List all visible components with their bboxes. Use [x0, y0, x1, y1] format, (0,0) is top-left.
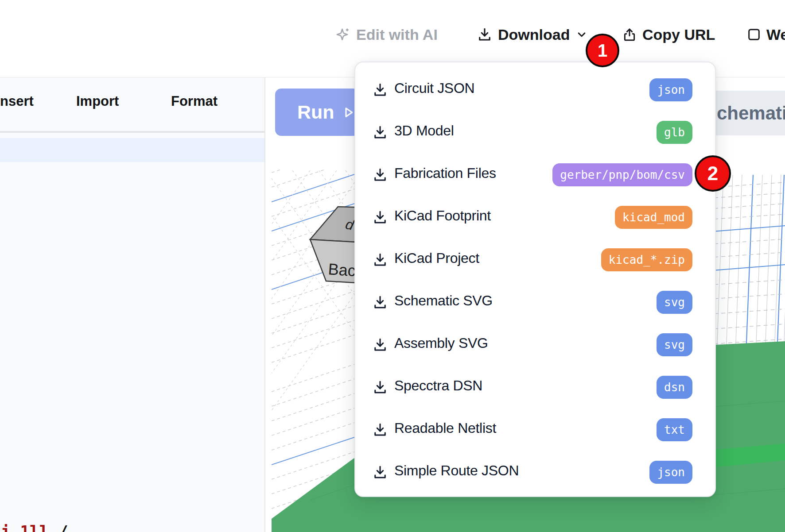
download-menu-item[interactable]: Readable Netlisttxt: [355, 409, 715, 451]
edit-with-ai-button[interactable]: Edit with AI: [335, 23, 438, 46]
download-menu-item[interactable]: Assembly SVGsvg: [355, 324, 715, 366]
download-item-label: KiCad Project: [394, 250, 479, 266]
tab-schematic-label: chemati: [717, 103, 785, 124]
download-item-label: Schematic SVG: [394, 293, 493, 309]
download-icon: [372, 124, 388, 140]
download-item-label: Simple Route JSON: [394, 463, 519, 479]
download-menu-item[interactable]: Specctra DSNdsn: [355, 366, 715, 409]
menubar-item-nsert[interactable]: nsert: [0, 93, 34, 109]
download-icon: [372, 294, 388, 310]
file-format-badge: kicad_*.zip: [601, 248, 692, 271]
download-button[interactable]: Download: [477, 23, 588, 46]
download-item-label: Circuit JSON: [394, 80, 474, 96]
download-icon: [477, 27, 493, 42]
download-menu-item[interactable]: Schematic SVGsvg: [355, 281, 715, 324]
download-button-label: Download: [498, 26, 570, 43]
web-checkbox-item[interactable]: We: [747, 23, 785, 46]
editor-menubar: nsertImportFormat: [0, 77, 264, 133]
download-icon: [372, 464, 388, 480]
download-icon: [372, 252, 388, 268]
download-icon: [372, 82, 388, 98]
download-menu-item[interactable]: KiCad Footprintkicad_mod: [355, 196, 715, 239]
share-icon: [622, 27, 637, 42]
file-format-badge: gerber/pnp/bom/csv: [552, 163, 692, 186]
view-cube-front-label: Bac: [327, 260, 356, 280]
download-icon: [372, 422, 388, 438]
file-format-badge: kicad_mod: [615, 206, 692, 229]
run-button[interactable]: Run: [275, 89, 359, 136]
edit-with-ai-label: Edit with AI: [356, 26, 438, 43]
file-format-badge: json: [649, 78, 692, 101]
download-item-label: Specctra DSN: [394, 378, 482, 394]
file-format-badge: txt: [657, 418, 692, 441]
download-menu-item[interactable]: 3D Modelglb: [355, 111, 715, 154]
file-format-badge: glb: [657, 121, 692, 144]
play-icon: [342, 106, 355, 119]
annotation-step-2-number: 2: [707, 162, 718, 185]
download-icon: [372, 167, 388, 183]
run-button-label: Run: [297, 101, 334, 123]
download-item-label: Fabrication Files: [394, 165, 496, 181]
file-format-badge: dsn: [657, 376, 692, 399]
download-menu-item[interactable]: Circuit JSONjson: [355, 69, 715, 111]
annotation-step-1-number: 1: [598, 41, 607, 61]
download-menu-item[interactable]: KiCad Projectkicad_*.zip: [355, 239, 715, 281]
download-item-label: Assembly SVG: [394, 335, 488, 351]
sparkles-icon: [335, 27, 351, 42]
copy-url-label: Copy URL: [642, 26, 715, 43]
code-fragment-slash: /: [49, 522, 68, 532]
code-fragment-red: i 1ll: [1, 522, 49, 532]
download-icon: [372, 337, 388, 353]
download-icon: [372, 379, 388, 395]
app-window: d Bac chemati Run nsertImportFormat i 1l…: [0, 0, 785, 532]
partial-code-line: i 1ll /: [1, 522, 68, 532]
download-item-label: Readable Netlist: [394, 420, 496, 436]
file-format-badge: svg: [657, 291, 692, 314]
download-dropdown-menu: Circuit JSONjson3D ModelglbFabrication F…: [354, 62, 716, 497]
menubar-item-import[interactable]: Import: [76, 93, 119, 109]
download-menu-item[interactable]: Simple Route JSONjson: [355, 451, 715, 493]
file-format-badge: json: [649, 461, 692, 484]
code-editor-panel[interactable]: nsertImportFormat i 1ll /: [0, 77, 265, 532]
editor-active-line-highlight: [0, 138, 264, 162]
menubar-item-format[interactable]: Format: [171, 93, 218, 109]
download-item-label: 3D Model: [394, 123, 454, 139]
chevron-down-icon: [575, 28, 588, 41]
download-menu-item[interactable]: Fabrication Filesgerber/pnp/bom/csv: [355, 154, 715, 196]
annotation-step-1-badge: 1: [586, 34, 619, 67]
file-format-badge: svg: [657, 333, 692, 356]
checkbox-icon[interactable]: [747, 27, 761, 42]
download-icon: [372, 209, 388, 225]
web-label: We: [766, 26, 785, 43]
copy-url-button[interactable]: Copy URL: [622, 23, 715, 46]
annotation-step-2-badge: 2: [695, 155, 731, 192]
download-item-label: KiCad Footprint: [394, 208, 491, 224]
